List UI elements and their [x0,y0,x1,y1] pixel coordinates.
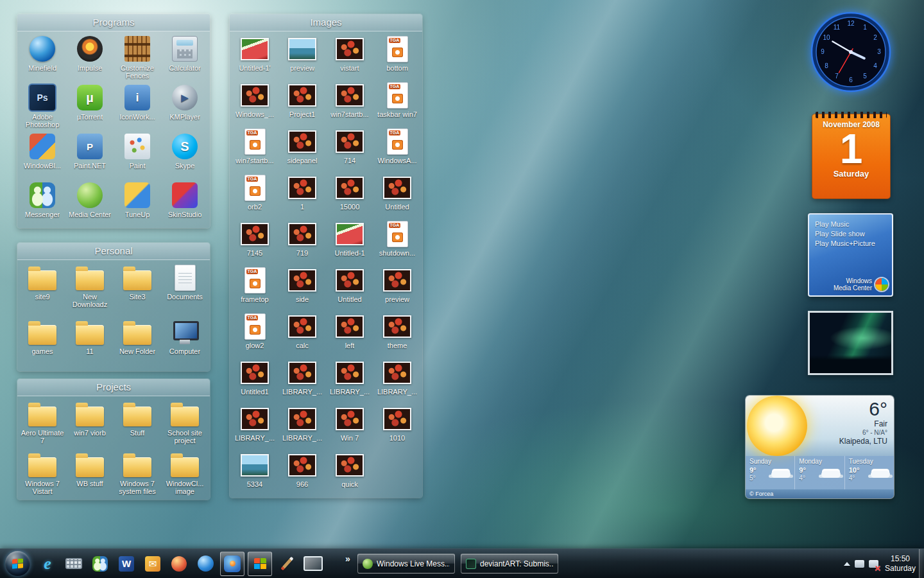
taskbar-clock[interactable]: 15:50 Saturday [883,554,918,574]
desktop-icon-966[interactable]: 966 [278,450,326,496]
quicklaunch-brush-button[interactable] [275,551,298,577]
desktop-icon-1[interactable]: 1 [278,172,326,218]
show-desktop-button[interactable] [919,549,924,578]
picture-slideshow-gadget[interactable] [808,311,893,375]
quicklaunch-monitor-button[interactable] [302,551,325,577]
desktop-icon-library[interactable]: LIBRARY_... [278,357,326,403]
tray-display-icon[interactable] [855,560,864,568]
desktop-icon-iconwork[interactable]: iIconWork... [114,82,161,131]
desktop-icon-torrent[interactable]: µµTorrent [66,82,114,131]
desktop-icon-11[interactable]: 11 [66,317,114,371]
desktop-icon-side[interactable]: side [278,265,326,311]
start-button[interactable] [5,551,30,576]
desktop-icon-untitled[interactable]: Untitled [373,172,421,218]
show-hidden-icons-button[interactable] [844,562,850,566]
desktop-icon-win7startb[interactable]: win7startb... [326,80,373,126]
desktop-icon-714[interactable]: 714 [326,126,373,172]
desktop-icon-preview[interactable]: preview [373,265,421,311]
quicklaunch-windows-button[interactable] [248,552,272,576]
desktop-icon-adobe-photoshop[interactable]: PsAdobe Photoshop [19,82,66,131]
desktop-icon-windows-7-system-files[interactable]: Windows 7 system files [114,449,161,500]
desktop-icon-theme[interactable]: theme [373,311,421,357]
analog-clock-gadget[interactable]: 1212 345 678 91011 [809,9,893,95]
fence-personal[interactable]: Personal site9New DownloadzSite3Document… [17,243,210,371]
desktop-icon-untitled1[interactable]: Untitled1 [231,357,278,403]
taskbar-button-windows-live-messenger[interactable]: Windows Live Mess... [357,554,455,574]
desktop-icon-media-center[interactable]: Media Center [66,180,114,228]
desktop-icon-bottom[interactable]: bottom [373,33,421,80]
desktop-icon-7145[interactable]: 7145 [231,218,278,265]
quicklaunch-outlook-button[interactable] [141,551,164,577]
desktop-icon-computer[interactable]: Computer [161,317,209,371]
forecast-day-tuesday[interactable]: Tuesday 10° 4° [844,456,894,489]
desktop-icon-site9[interactable]: site9 [19,262,66,317]
desktop-icon-quick[interactable]: quick [326,450,373,496]
toolbar-overflow-chevron[interactable]: » [345,554,350,564]
desktop-icon-paint-net[interactable]: PPaint.NET [66,131,114,180]
fence-title-images[interactable]: Images [230,14,422,31]
desktop-icon-glow2[interactable]: glow2 [231,311,278,357]
forecast-day-sunday[interactable]: Sunday 9° 5° [746,456,794,489]
desktop-icon-library[interactable]: LIBRARY_... [278,403,326,450]
desktop-icon-orb2[interactable]: orb2 [231,172,278,218]
desktop-icon-frametop[interactable]: frametop [231,265,278,311]
forecast-day-monday[interactable]: Monday 9° 4° [794,456,844,489]
desktop-icon-calc[interactable]: calc [278,311,326,357]
weather-gadget[interactable]: 6° Fair 6° - N/A° Klaipeda, LTU Sunday 9… [746,396,894,498]
desktop-icon-win-7[interactable]: Win 7 [326,403,373,450]
desktop-icon-library[interactable]: LIBRARY_... [231,403,278,450]
desktop-icon-left[interactable]: left [326,311,373,357]
desktop-icon-windows[interactable]: Windows_... [231,80,278,126]
taskbar-button-deviantart[interactable]: deviantART: Submis... [461,554,558,574]
desktop-icon-minefield[interactable]: Minefield [19,33,66,82]
desktop-icon-sidepanel[interactable]: sidepanel [278,126,326,172]
fence-title-personal[interactable]: Personal [17,243,210,260]
desktop-icon-skinstudio[interactable]: SkinStudio [161,180,209,228]
desktop-icon-tuneup[interactable]: TuneUp [114,180,161,228]
desktop-icon-wb-stuff[interactable]: WB stuff [66,449,114,500]
desktop-icon-windowcl-image[interactable]: WindowCl... image [161,449,209,500]
desktop-icon-games[interactable]: games [19,317,66,371]
desktop-icon-vistart[interactable]: vistart [326,33,373,80]
desktop-icon-new-downloadz[interactable]: New Downloadz [66,262,114,317]
quicklaunch-keyboard-button[interactable] [62,551,85,577]
fence-programs[interactable]: Programs MinefieldImpulseCustomize Fence… [17,14,210,228]
media-center-gadget[interactable]: Play Music Play Slide show Play Music+Pi… [808,213,893,297]
desktop-icon-win7-viorb[interactable]: win7 viorb [66,398,114,449]
desktop-icon-win7startb[interactable]: win7startb... [231,126,278,172]
desktop-icon-customize-fences[interactable]: Customize Fences [114,33,161,82]
desktop-icon-aero-ultimate-7[interactable]: Aero Ultimate 7 [19,398,66,449]
fence-images[interactable]: Images Untitled-1'previewvistartbottomWi… [230,14,422,498]
desktop-icon-taskbar-win7[interactable]: taskbar win7 [373,80,421,126]
play-music-picture-link[interactable]: Play Music+Picture [815,239,892,249]
fence-title-projects[interactable]: Projects [17,379,210,396]
desktop-icon-messenger[interactable]: Messenger [19,180,66,228]
desktop-icon-windowsa[interactable]: WindowsA... [373,126,421,172]
desktop-icon-preview[interactable]: preview [278,33,326,80]
desktop-icon-stuff[interactable]: Stuff [114,398,161,449]
fence-title-programs[interactable]: Programs [17,14,210,31]
desktop-icon-calculator[interactable]: Calculator [161,33,209,82]
desktop-icon-site3[interactable]: Site3 [114,262,161,317]
calendar-gadget[interactable]: November 2008 1 Saturday [812,114,890,198]
desktop-icon-shutdown[interactable]: shutdown... [373,218,421,265]
desktop-icon-windows-7-vistart[interactable]: Windows 7 Vistart [19,449,66,500]
quicklaunch-word-button[interactable] [115,551,138,577]
desktop-icon-impulse[interactable]: Impulse [66,33,114,82]
desktop-icon-1010[interactable]: 1010 [373,403,421,450]
fence-projects[interactable]: Projects Aero Ultimate 7win7 viorbStuffS… [17,379,210,500]
tray-network-error-icon[interactable] [869,560,878,568]
desktop-icon-library[interactable]: LIBRARY_... [326,357,373,403]
desktop-icon-719[interactable]: 719 [278,218,326,265]
desktop-icon-school-site-project[interactable]: School site project [161,398,209,449]
desktop-icon-project1[interactable]: Project1 [278,80,326,126]
desktop-icon-15000[interactable]: 15000 [326,172,373,218]
desktop-icon-new-folder[interactable]: New Folder [114,317,161,371]
play-music-link[interactable]: Play Music [815,220,892,229]
desktop-icon-documents[interactable]: Documents [161,262,209,317]
desktop-icon-library[interactable]: LIBRARY_... [373,357,421,403]
quicklaunch-ie-button[interactable] [36,551,59,577]
desktop-icon-kmplayer[interactable]: ▶KMPlayer [161,82,209,131]
quicklaunch-orb-button[interactable] [167,551,191,577]
desktop-icon-untitled-1[interactable]: Untitled-1' [231,33,278,80]
